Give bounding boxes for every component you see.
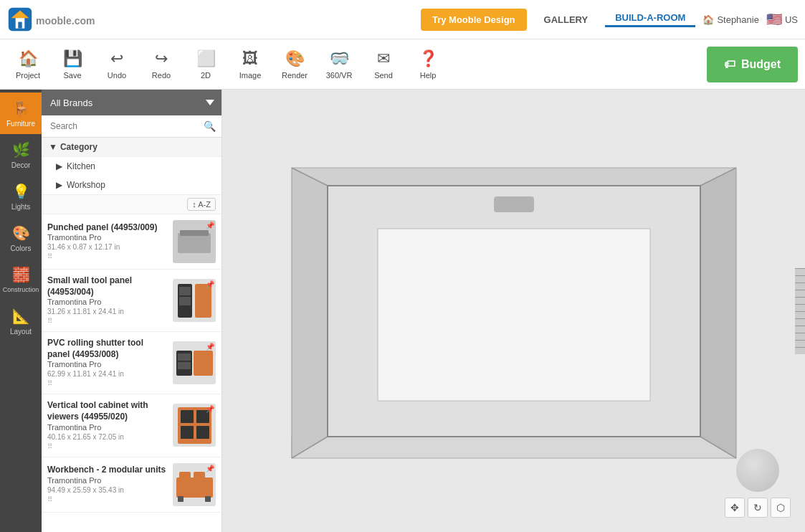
workshop-label: Workshop xyxy=(67,180,105,190)
svg-rect-4 xyxy=(178,233,211,253)
product-name: Vertical tool cabinet with viewers (4495… xyxy=(47,400,167,422)
top-nav: mooble.com Try Mooble Design GALLERY BUI… xyxy=(0,0,805,39)
drag-handle-icon: ⠿ xyxy=(47,495,52,503)
toolbar-project[interactable]: 🏠 Project xyxy=(7,43,49,86)
try-mooble-button[interactable]: Try Mooble Design xyxy=(421,9,527,31)
search-input[interactable] xyxy=(47,118,204,134)
product-item[interactable]: Workbench - 2 modular units Tramontina P… xyxy=(42,457,222,513)
save-label: Save xyxy=(63,71,81,80)
category-header: ▼ Category xyxy=(42,138,222,157)
pin-icon: 📌 xyxy=(206,343,214,351)
svg-rect-17 xyxy=(181,426,194,439)
undo-label: Undo xyxy=(108,71,126,80)
product-info: Vertical tool cabinet with viewers (4495… xyxy=(47,400,167,450)
budget-icon: 🏷 xyxy=(724,58,735,71)
render-label: Render xyxy=(282,71,308,80)
sort-button[interactable]: ↕ A-Z xyxy=(187,198,216,211)
image-icon: 🖼 xyxy=(242,49,258,68)
product-name: Punched panel (44953/009) xyxy=(47,222,167,234)
svg-marker-26 xyxy=(292,168,736,186)
product-brand: Tramontina Pro xyxy=(47,298,167,306)
project-icon: 🏠 xyxy=(19,49,38,68)
logo-icon xyxy=(7,6,33,32)
construction-label: Construction xyxy=(3,286,39,293)
navigation-sphere[interactable] xyxy=(736,449,779,492)
toolbar-send[interactable]: ✉ Send xyxy=(363,43,404,86)
colors-icon: 🎨 xyxy=(12,224,30,242)
sidebar-item-lights[interactable]: 💡 Lights xyxy=(0,176,42,217)
chevron-down-icon: ▼ xyxy=(49,142,57,152)
toolbar-360vr[interactable]: 🥽 360/VR xyxy=(318,43,360,86)
product-thumbnail: 📌 xyxy=(173,220,216,263)
sidebar-item-decor[interactable]: 🌿 Decor xyxy=(0,134,42,176)
toolbar-2d[interactable]: ⬜ 2D xyxy=(185,43,227,86)
search-box: 🔍 xyxy=(42,115,222,138)
svg-rect-33 xyxy=(378,229,650,401)
drag-handle-icon: ⠿ xyxy=(47,317,52,325)
save-icon: 💾 xyxy=(63,49,82,68)
svg-rect-12 xyxy=(178,353,191,361)
product-thumbnail: 📌 xyxy=(173,341,216,384)
budget-button[interactable]: 🏷 Budget xyxy=(707,47,798,82)
sort-label: A-Z xyxy=(198,200,211,209)
image-label: Image xyxy=(239,71,262,80)
product-item[interactable]: PVC rolling shutter tool panel (44953/00… xyxy=(42,332,222,394)
product-thumbnail: 📌 xyxy=(173,404,216,447)
product-item[interactable]: Small wall tool panel (44953/004) Tramon… xyxy=(42,270,222,332)
product-dims: 40.16 x 21.65 x 72.05 in xyxy=(47,433,167,441)
toolbar-render[interactable]: 🎨 Render xyxy=(274,43,315,86)
toolbar-save[interactable]: 💾 Save xyxy=(52,43,93,86)
product-info: Small wall tool panel (44953/004) Tramon… xyxy=(47,275,167,326)
sidebar-item-construction[interactable]: 🧱 Construction xyxy=(0,259,42,300)
lights-label: Lights xyxy=(11,203,31,211)
svg-rect-20 xyxy=(179,472,191,482)
budget-label: Budget xyxy=(741,58,781,71)
ruler-vertical xyxy=(795,268,805,354)
render-icon: 🎨 xyxy=(285,49,305,68)
build-a-room-link[interactable]: BUILD-A-ROOM xyxy=(605,12,695,27)
send-icon: ✉ xyxy=(377,49,390,68)
product-item[interactable]: Punched panel (44953/009) Tramontina Pro… xyxy=(42,214,222,270)
svg-rect-3 xyxy=(18,22,22,29)
user-menu[interactable]: 🏠 Stephanie xyxy=(702,14,759,25)
cube-button[interactable]: ⬡ xyxy=(771,498,791,518)
toolbar-image[interactable]: 🖼 Image xyxy=(229,43,271,86)
brand-select[interactable]: All BrandsTramontinaOther Brand xyxy=(42,90,222,115)
move-button[interactable]: ✥ xyxy=(725,498,745,518)
svg-marker-27 xyxy=(292,168,328,458)
flag-icon: 🇺🇸 xyxy=(766,11,782,27)
sidebar-item-layout[interactable]: 📐 Layout xyxy=(0,300,42,342)
furniture-label: Furniture xyxy=(6,120,35,128)
product-dims: 94.49 x 25.59 x 35.43 in xyxy=(47,486,167,494)
chevron-right-icon: ▶ xyxy=(56,180,62,190)
svg-rect-15 xyxy=(181,410,194,423)
pin-icon: 📌 xyxy=(206,280,214,288)
svg-rect-8 xyxy=(179,287,191,295)
project-label: Project xyxy=(16,71,40,80)
category-item-workshop[interactable]: ▶ Workshop xyxy=(42,176,222,194)
drag-handle-icon: ⠿ xyxy=(47,252,52,260)
kitchen-label: Kitchen xyxy=(67,161,95,171)
toolbar-redo[interactable]: ↪ Redo xyxy=(140,43,182,86)
product-item[interactable]: Vertical tool cabinet with viewers (4495… xyxy=(42,394,222,457)
sidebar-item-furniture[interactable]: 🪑 Furniture xyxy=(0,92,42,134)
product-brand: Tramontina Pro xyxy=(47,360,167,369)
svg-rect-23 xyxy=(205,496,211,502)
redo-icon: ↪ xyxy=(155,49,168,68)
toolbar-help[interactable]: ❓ Help xyxy=(407,43,449,86)
product-dims: 31.26 x 11.81 x 24.41 in xyxy=(47,308,167,315)
furniture-icon: 🪑 xyxy=(12,100,30,117)
toolbar-undo[interactable]: ↩ Undo xyxy=(96,43,138,86)
product-info: Punched panel (44953/009) Tramontina Pro… xyxy=(47,222,167,262)
sidebar-item-colors[interactable]: 🎨 Colors xyxy=(0,217,42,259)
category-item-kitchen[interactable]: ▶ Kitchen xyxy=(42,157,222,176)
username: Stephanie xyxy=(717,14,759,25)
product-name: Workbench - 2 modular units xyxy=(47,465,167,476)
home-icon: 🏠 xyxy=(702,14,714,25)
gallery-link[interactable]: GALLERY xyxy=(534,14,599,25)
product-thumbnail: 📌 xyxy=(173,463,216,506)
360vr-icon: 🥽 xyxy=(330,49,349,68)
rotate-button[interactable]: ↻ xyxy=(748,498,768,518)
region-selector[interactable]: 🇺🇸 US xyxy=(766,11,798,27)
pin-icon: 📌 xyxy=(206,222,214,229)
